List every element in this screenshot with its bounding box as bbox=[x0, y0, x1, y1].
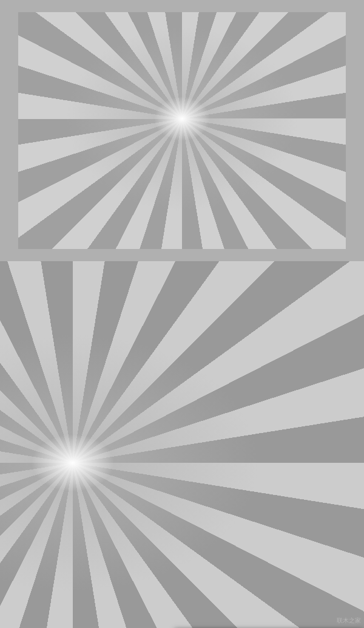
top-radial-image bbox=[18, 12, 346, 249]
bottom-radial-image bbox=[0, 261, 364, 628]
top-image-area bbox=[0, 0, 364, 261]
top-canvas bbox=[18, 12, 346, 249]
bottom-image-area: Curves Preset: Custom Channel: Red Spot … bbox=[0, 261, 364, 628]
watermark: 联木之家 bbox=[337, 616, 361, 625]
